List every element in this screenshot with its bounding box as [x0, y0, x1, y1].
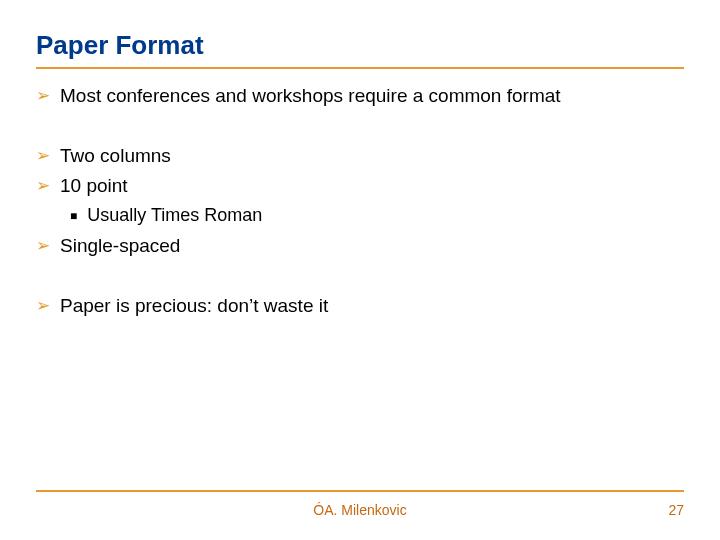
arrow-icon: ➢ — [36, 143, 50, 169]
slide-content: ➢ Most conferences and workshops require… — [36, 83, 684, 319]
bullet-text: Single-spaced — [60, 233, 684, 259]
bullet-text: 10 point — [60, 173, 684, 199]
bullet-item: ➢ 10 point — [36, 173, 684, 199]
slide-title: Paper Format — [36, 30, 684, 61]
arrow-icon: ➢ — [36, 233, 50, 259]
square-icon: ■ — [70, 203, 77, 229]
arrow-icon: ➢ — [36, 293, 50, 319]
bullet-item: ➢ Most conferences and workshops require… — [36, 83, 684, 109]
arrow-icon: ➢ — [36, 83, 50, 109]
bullet-text: Paper is precious: don’t waste it — [60, 293, 684, 319]
page-number: 27 — [668, 502, 684, 518]
bullet-item: ➢ Single-spaced — [36, 233, 684, 259]
footer-rule — [36, 490, 684, 492]
footer-author: ÓA. Milenkovic — [0, 502, 720, 518]
title-rule — [36, 67, 684, 69]
sub-bullet-item: ■ Usually Times Roman — [70, 203, 684, 229]
slide: Paper Format ➢ Most conferences and work… — [0, 0, 720, 540]
bullet-text: Two columns — [60, 143, 684, 169]
bullet-text: Usually Times Roman — [87, 203, 684, 227]
bullet-item: ➢ Paper is precious: don’t waste it — [36, 293, 684, 319]
arrow-icon: ➢ — [36, 173, 50, 199]
bullet-item: ➢ Two columns — [36, 143, 684, 169]
bullet-text: Most conferences and workshops require a… — [60, 83, 684, 109]
